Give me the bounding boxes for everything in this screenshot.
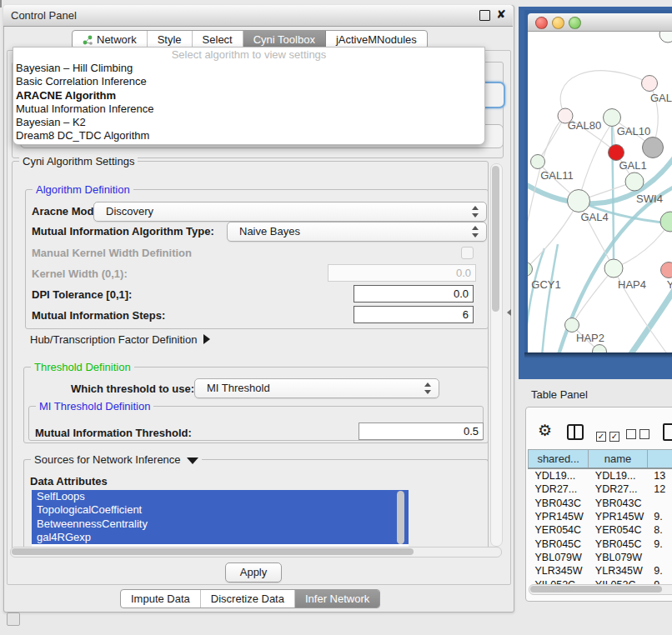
settings-hscroll-thumb[interactable] xyxy=(12,548,414,555)
table-row[interactable]: YBL079WYBL079W xyxy=(529,551,672,564)
network-edge xyxy=(579,123,612,201)
aracne-mode-select[interactable]: Discovery xyxy=(93,202,487,222)
control-tab-cyni-toolbox[interactable]: Cyni Toolbox xyxy=(243,31,326,48)
sources-legend[interactable]: Sources for Network Inference xyxy=(31,453,202,466)
column-header[interactable] xyxy=(647,450,672,469)
network-node[interactable] xyxy=(659,32,672,42)
select-all-checks-icon[interactable]: ✓✓ xyxy=(596,428,623,442)
table-row[interactable]: YDR27...YDR27...12 xyxy=(529,482,672,496)
node-label: GAL1 xyxy=(619,159,646,172)
network-node[interactable] xyxy=(604,109,621,127)
data-attributes-list[interactable]: SelfLoopsTopologicalCoefficientBetweenne… xyxy=(32,490,409,547)
node-label: GAL xyxy=(650,92,672,104)
table-row[interactable]: YDL19...YDL19...13 xyxy=(529,468,672,482)
network-edge-highlighted xyxy=(540,244,558,352)
gear-icon[interactable]: ⚙ xyxy=(538,422,552,438)
expanded-arrow-icon xyxy=(187,458,198,464)
mi-algorithm-type-select[interactable]: Naive Bayes xyxy=(227,222,487,242)
mode-tab-infer-network[interactable]: Infer Network xyxy=(295,590,379,608)
algorithm-option[interactable]: Bayesian – Hill Climbing xyxy=(13,62,484,75)
corner-tick xyxy=(0,0,2,8)
file-icon[interactable] xyxy=(663,423,672,441)
minimized-panel-icon[interactable] xyxy=(7,612,20,626)
mi-threshold-legend: MI Threshold Definition xyxy=(36,400,153,412)
dpi-tolerance-input[interactable] xyxy=(354,285,474,302)
splitter-collapse-icon[interactable] xyxy=(507,309,511,316)
apply-button[interactable]: Apply xyxy=(225,562,282,582)
cyni-mode-tabbar: Impute DataDiscretize DataInfer Network xyxy=(120,589,380,608)
network-node[interactable] xyxy=(660,212,672,232)
which-threshold-select[interactable]: MI Threshold xyxy=(194,378,439,398)
table-row[interactable]: YBR043CYBR043C xyxy=(529,497,672,510)
mode-tab-discretize-data[interactable]: Discretize Data xyxy=(201,590,295,608)
network-window-titlebar[interactable] xyxy=(528,13,672,32)
table-row[interactable]: YPR145WYPR145W9. xyxy=(529,510,672,523)
control-tab-style[interactable]: Style xyxy=(148,31,193,48)
close-traffic-light-icon[interactable] xyxy=(535,17,548,29)
network-node[interactable] xyxy=(565,318,579,332)
table-hscroll-track[interactable] xyxy=(529,584,672,595)
network-node[interactable] xyxy=(568,190,590,212)
algorithm-option[interactable]: Dream8 DC_TDC Algorithm xyxy=(13,129,484,142)
column-view-icon[interactable] xyxy=(567,424,584,440)
data-attributes-label: Data Attributes xyxy=(30,475,108,488)
settings-vscroll-track[interactable] xyxy=(490,163,503,547)
network-view[interactable]: GALGAL80GAL10GAL1GAL11SWI4GAL4GCY1HAP4YH… xyxy=(528,32,672,352)
deselect-all-checks-icon[interactable] xyxy=(626,428,653,442)
collapsed-arrow-icon xyxy=(203,334,210,344)
algorithm-option[interactable]: Mutual Information Inference xyxy=(13,102,484,116)
algorithm-option[interactable]: Basic Correlation Inference xyxy=(13,75,484,88)
settings-hscroll-track[interactable] xyxy=(10,547,502,558)
table-row[interactable]: YBR045CYBR045C9. xyxy=(529,537,672,550)
settings-vscroll-thumb[interactable] xyxy=(492,166,499,312)
close-icon[interactable]: ✘ xyxy=(496,8,506,21)
control-tab-network[interactable]: Network xyxy=(73,31,148,48)
network-node[interactable] xyxy=(642,76,658,92)
attribute-list-item[interactable]: gal4RGexp xyxy=(32,531,409,544)
mi-steps-input[interactable] xyxy=(354,306,474,323)
algorithm-definition-legend: Algorithm Definition xyxy=(33,183,133,196)
attribute-list-item[interactable]: SelfLoops xyxy=(32,490,409,503)
network-node[interactable] xyxy=(604,259,623,278)
mi-steps-label: Mutual Information Steps: xyxy=(32,309,165,322)
table-row[interactable]: YLR345WYLR345W9. xyxy=(529,564,672,578)
network-node[interactable] xyxy=(643,138,664,158)
algorithm-option[interactable]: ARACNE Algorithm xyxy=(13,89,484,102)
network-node[interactable] xyxy=(593,345,607,353)
node-label: Y xyxy=(667,278,672,291)
network-icon xyxy=(83,35,93,45)
attribute-list-item[interactable]: TopologicalCoefficient xyxy=(32,503,409,517)
window-shadow xyxy=(524,352,672,358)
algorithm-dropdown-popup: Select algorithm to view settings Bayesi… xyxy=(13,47,485,145)
attribute-list-item[interactable]: BetweennessCentrality xyxy=(32,518,409,531)
node-label: HAP2 xyxy=(576,332,604,344)
list-scrollbar[interactable] xyxy=(397,491,404,544)
cyni-settings-legend: Cyni Algorithm Settings xyxy=(19,155,138,168)
mi-algorithm-type-label: Mutual Information Algorithm Type: xyxy=(32,225,214,238)
network-node[interactable] xyxy=(625,172,644,191)
network-edge xyxy=(528,201,579,269)
network-graph: GALGAL80GAL10GAL1GAL11SWI4GAL4GCY1HAP4YH… xyxy=(528,32,672,352)
control-tab-jactivemnodules[interactable]: jActiveMNodules xyxy=(326,31,427,48)
table-hscroll-thumb[interactable] xyxy=(530,586,662,592)
control-panel-titlebar: Control Panel ✘ xyxy=(3,5,513,27)
column-header[interactable]: name xyxy=(589,450,647,469)
control-tab-select[interactable]: Select xyxy=(193,31,243,48)
network-node[interactable] xyxy=(531,155,545,169)
column-header[interactable]: shared... xyxy=(529,450,589,469)
network-node[interactable] xyxy=(661,262,672,278)
minimize-traffic-light-icon[interactable] xyxy=(552,17,564,29)
combo-arrows-icon xyxy=(471,226,479,238)
network-node[interactable] xyxy=(609,145,624,161)
algorithm-option[interactable]: Bayesian – K2 xyxy=(13,116,484,129)
kernel-width-input xyxy=(328,264,476,282)
zoom-traffic-light-icon[interactable] xyxy=(569,17,581,29)
network-node[interactable] xyxy=(528,262,533,277)
mode-tab-impute-data[interactable]: Impute Data xyxy=(121,590,201,608)
float-window-icon[interactable] xyxy=(479,10,490,21)
table-row[interactable]: YER054CYER054C8. xyxy=(529,523,672,537)
application-window: Control Panel ✘ NetworkStyleSelectCyni T… xyxy=(0,0,672,635)
mi-threshold-input[interactable] xyxy=(359,422,484,440)
hub-definition-toggle[interactable]: Hub/Transcription Factor Definition xyxy=(30,333,210,346)
control-panel-title: Control Panel xyxy=(11,9,77,22)
